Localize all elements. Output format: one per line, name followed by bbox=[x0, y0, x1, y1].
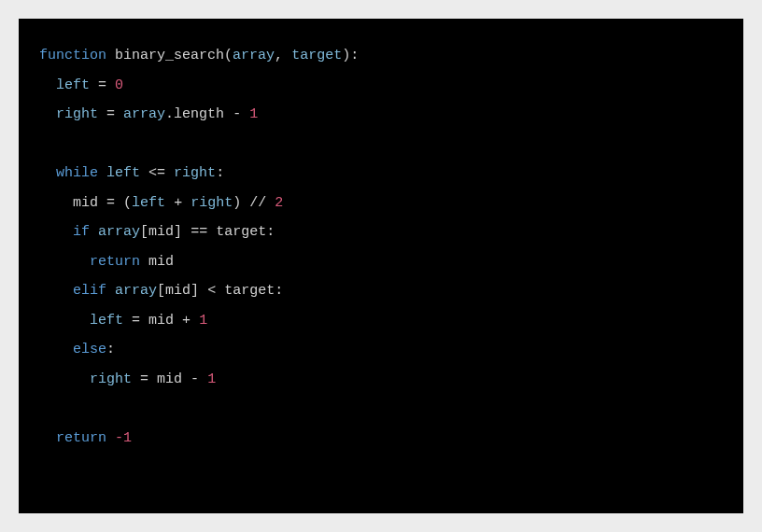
var-array: array bbox=[115, 283, 157, 299]
code-line: while left <= right: bbox=[39, 159, 723, 189]
op-assign: = bbox=[98, 77, 106, 93]
param-target: target bbox=[291, 48, 342, 63]
number-one: 1 bbox=[249, 106, 258, 122]
paren-close: ) bbox=[342, 48, 350, 63]
bracket-open: [ bbox=[140, 224, 148, 240]
op-lt: < bbox=[207, 283, 216, 299]
op-assign: = bbox=[106, 195, 115, 211]
op-lte: <= bbox=[148, 165, 165, 181]
var-left: left bbox=[90, 313, 123, 329]
var-mid: mid bbox=[148, 254, 174, 270]
op-plus: + bbox=[182, 313, 190, 329]
keyword-return: return bbox=[56, 430, 106, 446]
op-minus: - bbox=[233, 106, 241, 122]
var-target: target bbox=[216, 224, 266, 240]
paren-open: ( bbox=[224, 48, 233, 63]
code-line: left = 0 bbox=[39, 71, 723, 101]
var-array: array bbox=[98, 224, 140, 240]
op-eqeq: == bbox=[190, 224, 207, 240]
code-line: return mid bbox=[39, 247, 723, 277]
op-plus: + bbox=[174, 195, 182, 211]
code-line: right = mid - 1 bbox=[39, 365, 723, 395]
keyword-if: if bbox=[73, 224, 90, 240]
var-left: left bbox=[56, 77, 90, 93]
op-assign: = bbox=[132, 313, 140, 329]
code-line: function binary_search(array, target): bbox=[39, 41, 723, 71]
var-mid: mid bbox=[148, 224, 174, 240]
colon: : bbox=[266, 224, 275, 240]
var-left: left bbox=[132, 195, 165, 211]
code-block: function binary_search(array, target): l… bbox=[19, 19, 743, 513]
op-floordiv: // bbox=[249, 195, 266, 211]
bracket-close: ] bbox=[174, 224, 182, 240]
var-mid: mid bbox=[157, 371, 182, 387]
colon: : bbox=[275, 283, 283, 299]
code-line: mid = (left + right) // 2 bbox=[39, 189, 723, 218]
comma: , bbox=[275, 48, 283, 63]
op-assign: = bbox=[140, 371, 148, 387]
code-line: left = mid + 1 bbox=[39, 306, 723, 336]
keyword-else: else bbox=[73, 342, 106, 357]
var-right: right bbox=[174, 165, 216, 181]
var-mid: mid bbox=[148, 313, 174, 329]
op-minus: - bbox=[190, 371, 199, 387]
code-line: if array[mid] == target: bbox=[39, 217, 723, 247]
keyword-while: while bbox=[56, 165, 98, 181]
dot: . bbox=[165, 106, 174, 122]
op-assign: = bbox=[106, 106, 115, 122]
code-line: elif array[mid] < target: bbox=[39, 276, 723, 306]
var-right: right bbox=[190, 195, 233, 211]
param-array: array bbox=[233, 48, 275, 63]
code-line: right = array.length - 1 bbox=[39, 100, 723, 130]
paren-open: ( bbox=[123, 195, 132, 211]
var-target: target bbox=[224, 283, 275, 299]
var-right: right bbox=[56, 106, 98, 122]
keyword-function: function bbox=[39, 48, 106, 63]
var-right: right bbox=[90, 371, 132, 387]
number-neg-one: -1 bbox=[115, 430, 132, 446]
prop-length: length bbox=[174, 106, 224, 122]
code-line: else: bbox=[39, 335, 723, 365]
var-left: left bbox=[106, 165, 140, 181]
bracket-open: [ bbox=[157, 283, 165, 299]
number-two: 2 bbox=[275, 195, 283, 211]
number-one: 1 bbox=[199, 313, 207, 329]
number-zero: 0 bbox=[115, 77, 123, 93]
function-name: binary_search bbox=[115, 48, 224, 63]
keyword-return: return bbox=[90, 254, 140, 270]
code-line bbox=[39, 394, 723, 424]
colon: : bbox=[350, 48, 359, 63]
code-line bbox=[39, 130, 723, 160]
bracket-close: ] bbox=[190, 283, 199, 299]
colon: : bbox=[216, 165, 224, 181]
colon: : bbox=[106, 342, 115, 357]
number-one: 1 bbox=[207, 371, 216, 387]
keyword-elif: elif bbox=[73, 283, 106, 299]
code-line: return -1 bbox=[39, 424, 723, 454]
var-mid: mid bbox=[73, 195, 98, 211]
paren-close: ) bbox=[233, 195, 241, 211]
var-mid: mid bbox=[165, 283, 190, 299]
var-array: array bbox=[123, 106, 165, 122]
